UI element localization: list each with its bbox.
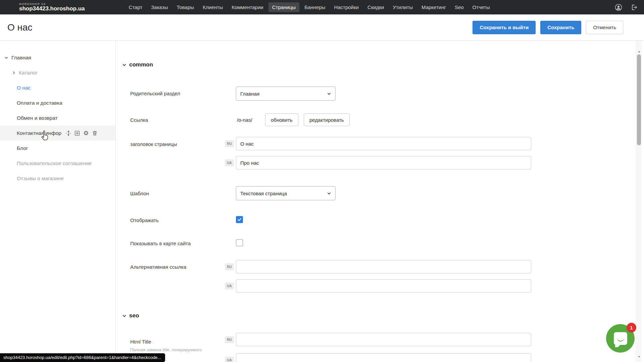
save-button[interactable]: Сохранить <box>540 21 581 34</box>
link-value: /o-nas/ <box>237 117 252 123</box>
page-title-ru-input[interactable] <box>236 137 531 150</box>
nav-products[interactable]: Товары <box>173 2 198 12</box>
template-value: Текстовая страница <box>240 191 287 196</box>
nav-start[interactable]: Старт <box>125 2 146 12</box>
chevron-down-icon[interactable] <box>3 56 9 60</box>
nav-comments[interactable]: Комментарии <box>228 2 267 12</box>
pages-tree-sidebar: Главная Каталог О нас Оплата и доставка … <box>0 41 116 362</box>
vertical-scrollbar[interactable]: ▲ ▼ <box>636 41 642 362</box>
html-title-ua-input[interactable] <box>236 353 531 362</box>
topbar: HOROSHOP V4 shop34423.horoshop.ua Старт … <box>0 0 644 14</box>
tree-item-o-nas[interactable]: О нас <box>0 80 115 95</box>
cancel-button[interactable]: Отменить <box>586 21 623 34</box>
nav-reports[interactable]: Отчеты <box>469 2 494 12</box>
nav-clients[interactable]: Клиенты <box>199 2 227 12</box>
main-nav: Старт Заказы Товары Клиенты Комментарии … <box>125 2 494 12</box>
html-title-ru-input[interactable] <box>236 333 531 346</box>
html-title-hint: Полная замена title, генерируемого <box>130 347 202 352</box>
section-seo-title: seo <box>129 312 139 319</box>
account-icon[interactable] <box>614 3 623 11</box>
alt-link-label: Альтернативная ссылка <box>130 264 186 270</box>
sitemap-checkbox[interactable] <box>236 239 243 246</box>
nav-marketing[interactable]: Маркетинг <box>418 2 450 12</box>
alt-link-ua-input[interactable] <box>236 279 531 293</box>
logout-icon[interactable] <box>630 3 638 11</box>
html-title-label: Html Title <box>130 339 151 345</box>
nav-banners[interactable]: Баннеры <box>301 2 329 12</box>
nav-pages[interactable]: Страницы <box>268 2 299 12</box>
chevron-right-icon[interactable] <box>11 71 17 75</box>
page-title: О нас <box>7 22 33 33</box>
add-page-icon[interactable] <box>74 130 81 136</box>
chat-unread-badge: 1 <box>627 323 636 332</box>
tree-item-oplata-i-dostavka[interactable]: Оплата и доставка <box>0 95 115 110</box>
lang-ru-badge: RU <box>225 263 234 270</box>
parent-section-label: Родительский раздел <box>130 91 180 96</box>
scroll-down-arrow-icon[interactable]: ▼ <box>636 354 642 359</box>
tree-item-label: О нас <box>17 85 31 91</box>
template-label: Шаблон <box>130 191 149 196</box>
tree-item-label: Главная <box>11 55 31 61</box>
lang-ru-badge: RU <box>225 336 234 343</box>
move-icon[interactable] <box>65 130 72 136</box>
tree-item-blog[interactable]: Блог <box>0 141 115 156</box>
link-label: Ссылка <box>130 117 148 123</box>
template-select[interactable]: Текстовая страница <box>236 186 336 200</box>
parent-section-value: Главная <box>240 91 259 97</box>
save-and-exit-button[interactable]: Сохранить и выйти <box>473 21 536 34</box>
lang-ua-badge: UA <box>225 357 234 362</box>
parent-section-select[interactable]: Главная <box>236 87 336 101</box>
scrollbar-thumb[interactable] <box>637 54 641 145</box>
tree-item-kontaktnaya-infor[interactable]: Контактная инфор ⚙ <box>0 125 115 141</box>
chevron-down-icon <box>122 63 127 67</box>
tree-item-label: Отзывы о магазине <box>17 175 64 182</box>
section-seo-toggle[interactable]: seo <box>122 312 139 319</box>
page-title-ua-input[interactable] <box>236 156 531 169</box>
alt-link-ru-input[interactable] <box>236 260 531 273</box>
brand-domain: shop34423.horoshop.ua <box>19 6 85 12</box>
tree-item-label: Контактная инфор <box>17 130 61 136</box>
tree-item-obmen-i-vozvrat[interactable]: Обмен и возврат <box>0 110 115 125</box>
tree-item-otzyvy-o-magazine[interactable]: Отзывы о магазине <box>0 171 115 186</box>
tree-item-label: Блог <box>17 145 28 151</box>
brand-logo[interactable]: HOROSHOP V4 shop34423.horoshop.ua <box>19 3 85 12</box>
section-common-toggle[interactable]: common <box>122 61 153 68</box>
nav-orders[interactable]: Заказы <box>147 2 171 12</box>
section-common-title: common <box>129 61 153 68</box>
page-title-field-label: заголовок страницы <box>130 141 177 147</box>
tree-item-polzovatelskoe-soglashenie[interactable]: Пользовательское соглашение <box>0 156 115 171</box>
tree-item-label: Оплата и доставка <box>17 100 62 106</box>
display-label: Отображать <box>130 217 159 223</box>
settings-gear-icon[interactable]: ⚙ <box>83 130 89 136</box>
delete-trash-icon[interactable] <box>92 130 98 136</box>
check-icon <box>237 217 242 222</box>
nav-seo[interactable]: Seo <box>451 2 467 12</box>
link-edit-button[interactable]: редактировать <box>304 113 350 126</box>
chevron-down-icon <box>327 92 331 96</box>
chevron-down-icon <box>327 191 331 196</box>
display-checkbox[interactable] <box>236 216 243 223</box>
status-url-tooltip: shop34423.horoshop.ua/edit/edit.php?id=6… <box>0 353 165 362</box>
tree-item-label: Обмен и возврат <box>17 115 58 121</box>
chat-bubble-icon <box>614 332 627 345</box>
chevron-down-icon <box>122 314 127 318</box>
lang-ru-badge: RU <box>225 140 234 147</box>
lang-ua-badge: UA <box>225 159 234 166</box>
tree-item-label: Пользовательское соглашение <box>17 160 92 166</box>
tree-item-glavnaya[interactable]: Главная <box>0 50 115 65</box>
scroll-up-arrow-icon[interactable]: ▲ <box>636 49 642 54</box>
page-edit-form: common Родительский раздел Главная Ссылк… <box>116 41 638 362</box>
tree-item-katalog[interactable]: Каталог <box>0 65 115 80</box>
page-header: О нас Сохранить и выйти Сохранить Отмени… <box>0 14 644 41</box>
tree-item-label: Каталог <box>19 70 38 76</box>
nav-discounts[interactable]: Скидки <box>364 2 388 12</box>
sitemap-label: Показывать в карте сайта <box>130 241 191 246</box>
lang-ua-badge: UA <box>225 282 234 290</box>
nav-utilities[interactable]: Утилиты <box>389 2 416 12</box>
nav-settings[interactable]: Настройки <box>330 2 362 12</box>
link-update-button[interactable]: обновить <box>265 113 298 126</box>
